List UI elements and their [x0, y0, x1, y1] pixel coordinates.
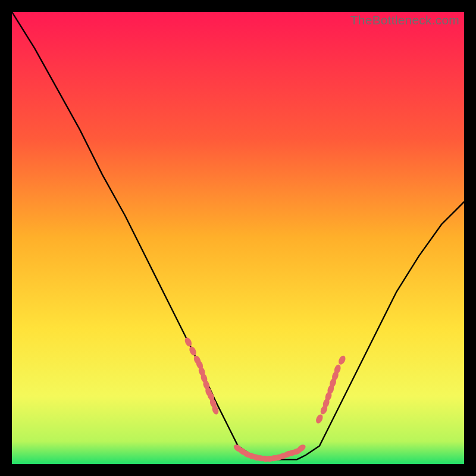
watermark-text: TheBottleneck.com	[350, 13, 459, 27]
gradient-background	[12, 12, 464, 464]
bottleneck-chart	[12, 12, 464, 464]
chart-frame: TheBottleneck.com	[12, 12, 464, 464]
